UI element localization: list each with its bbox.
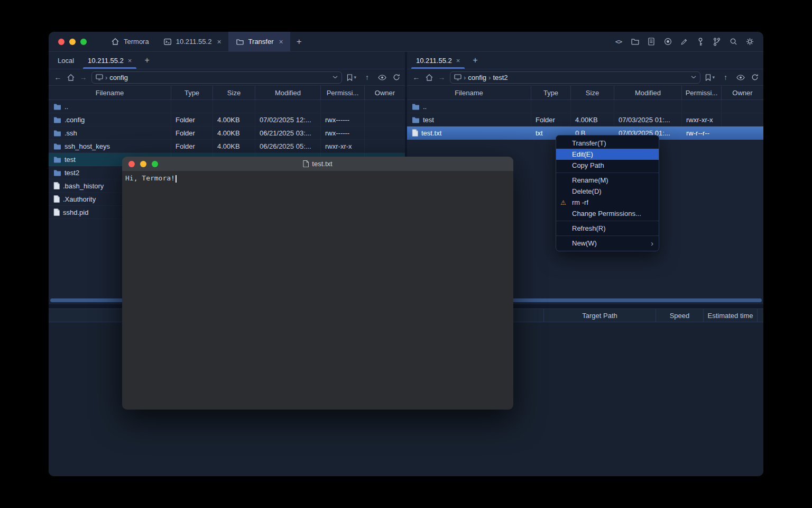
- left-tab-local[interactable]: Local: [51, 52, 81, 69]
- new-tab-button[interactable]: +: [290, 32, 308, 51]
- context-menu-item[interactable]: Copy Path: [556, 160, 659, 171]
- file-row[interactable]: ssh_host_keys Folder 4.00KB 06/26/2025 0…: [49, 140, 405, 153]
- context-menu-item[interactable]: ⚠ rm -rf: [556, 197, 659, 208]
- context-menu-item[interactable]: Rename(M): [556, 175, 659, 186]
- file-name: test2: [64, 169, 79, 177]
- folder-icon[interactable]: [630, 37, 640, 47]
- chevron-down-icon[interactable]: [333, 76, 338, 79]
- minimize-window-button[interactable]: [69, 39, 76, 45]
- bookmark-button[interactable]: ▾: [347, 74, 356, 81]
- editor-content[interactable]: Hi, Termora!: [122, 171, 513, 185]
- show-hidden-button[interactable]: [736, 75, 745, 80]
- file-permissions: rwx------: [321, 113, 365, 126]
- file-row[interactable]: ..: [407, 100, 763, 113]
- column-header-filename[interactable]: Filename: [407, 86, 531, 99]
- right-new-tab-button[interactable]: +: [467, 52, 483, 69]
- editor-zoom-button[interactable]: [152, 161, 158, 167]
- editor-titlebar[interactable]: test.txt: [122, 157, 513, 171]
- close-window-button[interactable]: [58, 39, 64, 45]
- app-window: Termora 10.211.55.2 × Transfer × + <>: [49, 32, 763, 476]
- back-button[interactable]: ←: [53, 73, 62, 81]
- column-header-owner[interactable]: Owner: [722, 86, 763, 99]
- refresh-button[interactable]: [393, 74, 400, 81]
- close-tab-icon[interactable]: ×: [128, 57, 132, 65]
- file-row[interactable]: test Folder 4.00KB 07/03/2025 01:... rwx…: [407, 113, 763, 126]
- column-header-filename[interactable]: Filename: [49, 86, 171, 99]
- chevron-down-icon[interactable]: [691, 76, 696, 79]
- transfer-col-target-path[interactable]: Target Path: [543, 309, 656, 322]
- document-icon[interactable]: [647, 37, 656, 47]
- pencil-icon[interactable]: [679, 37, 689, 47]
- context-menu-item[interactable]: Transfer(T): [556, 138, 659, 149]
- file-name: .ssh: [64, 129, 77, 137]
- zoom-window-button[interactable]: [80, 39, 87, 45]
- tab-label: Local: [58, 57, 74, 65]
- caret-down-icon: ▾: [354, 75, 356, 80]
- context-menu-item[interactable]: Delete(D): [556, 186, 659, 197]
- right-tab-10-211-55-2[interactable]: 10.211.55.2 ×: [409, 52, 467, 69]
- breadcrumb-separator-icon: ›: [488, 74, 491, 81]
- right-pathbar: ← → › config › test2: [407, 69, 763, 86]
- close-tab-icon[interactable]: ×: [279, 38, 283, 46]
- file-type: [171, 100, 213, 113]
- tab-transfer[interactable]: Transfer ×: [228, 32, 290, 51]
- close-tab-icon[interactable]: ×: [456, 57, 460, 65]
- left-panel-tabs: Local 10.211.55.2 × +: [49, 52, 405, 69]
- forward-button[interactable]: →: [437, 73, 446, 81]
- code-icon[interactable]: <>: [614, 37, 623, 47]
- file-name: .config: [64, 116, 85, 124]
- column-header-type[interactable]: Type: [531, 86, 571, 99]
- editor-close-button[interactable]: [128, 161, 135, 167]
- file-row[interactable]: ..: [49, 100, 405, 113]
- back-button[interactable]: ←: [412, 73, 421, 81]
- branch-icon[interactable]: [712, 37, 722, 47]
- record-icon[interactable]: [663, 37, 672, 47]
- column-header-size[interactable]: Size: [213, 86, 255, 99]
- transfer-col-estimated-time[interactable]: Estimated time: [703, 309, 757, 322]
- context-menu-item[interactable]: Refresh(R): [556, 223, 659, 234]
- upload-button[interactable]: ↑: [721, 73, 730, 81]
- left-address-bar[interactable]: › config: [91, 71, 342, 84]
- menu-item-label: Transfer(T): [572, 139, 606, 147]
- file-modified: 06/26/2025 05:...: [255, 140, 321, 153]
- transfer-col-speed[interactable]: Speed: [656, 309, 703, 322]
- breadcrumb-item[interactable]: config: [468, 74, 486, 81]
- home-button[interactable]: [425, 74, 433, 81]
- context-menu-item[interactable]: New(W) ›: [556, 238, 659, 249]
- tab-host-10-211-55-2[interactable]: 10.211.55.2 ×: [156, 32, 228, 51]
- context-menu-item[interactable]: Change Permissions...: [556, 208, 659, 219]
- settings-icon[interactable]: [745, 37, 754, 47]
- file-row[interactable]: .config Folder 4.00KB 07/02/2025 12:... …: [49, 113, 405, 126]
- breadcrumb-item[interactable]: config: [109, 74, 128, 81]
- column-header-permissions[interactable]: Permissi...: [321, 86, 365, 99]
- tab-termora[interactable]: Termora: [104, 32, 156, 51]
- search-icon[interactable]: [728, 37, 738, 47]
- file-name-cell: .ssh: [49, 126, 171, 140]
- right-address-bar[interactable]: › config › test2: [450, 71, 700, 84]
- close-tab-icon[interactable]: ×: [217, 38, 221, 46]
- bookmark-button[interactable]: ▾: [705, 74, 715, 81]
- editor-minimize-button[interactable]: [140, 161, 146, 167]
- upload-button[interactable]: ↑: [363, 73, 372, 81]
- context-menu-item[interactable]: Edit(E): [556, 149, 659, 160]
- column-header-permissions[interactable]: Permissi...: [682, 86, 722, 99]
- column-header-owner[interactable]: Owner: [365, 86, 405, 99]
- forward-button[interactable]: →: [79, 73, 88, 81]
- file-type: Folder: [171, 126, 213, 140]
- refresh-button[interactable]: [751, 74, 759, 81]
- caret-down-icon: ▾: [712, 75, 715, 80]
- file-modified: 07/03/2025 01:...: [614, 113, 682, 126]
- file-permissions: rwxr-xr-x: [682, 113, 722, 126]
- home-button[interactable]: [66, 74, 75, 81]
- column-header-modified[interactable]: Modified: [614, 86, 682, 99]
- breadcrumb-item[interactable]: test2: [493, 74, 508, 81]
- show-hidden-button[interactable]: [378, 75, 386, 80]
- file-row[interactable]: .ssh Folder 4.00KB 06/21/2025 03:... rwx…: [49, 126, 405, 140]
- left-tab-10-211-55-2[interactable]: 10.211.55.2 ×: [81, 52, 139, 69]
- column-header-type[interactable]: Type: [171, 86, 213, 99]
- column-header-size[interactable]: Size: [571, 86, 614, 99]
- left-new-tab-button[interactable]: +: [139, 52, 155, 69]
- key-icon[interactable]: [696, 37, 705, 47]
- editor-traffic-lights: [122, 161, 164, 167]
- column-header-modified[interactable]: Modified: [255, 86, 321, 99]
